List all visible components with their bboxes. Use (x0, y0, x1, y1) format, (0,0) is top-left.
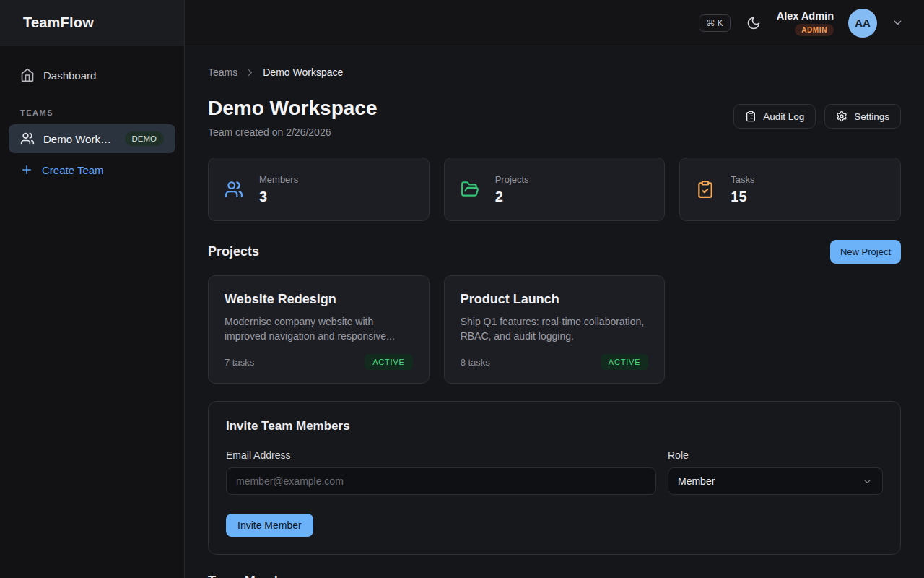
breadcrumb: Teams Demo Workspace (208, 66, 901, 78)
command-palette-shortcut[interactable]: ⌘ K (699, 14, 730, 32)
user-info: Alex Admin ADMIN (777, 10, 834, 36)
sidebar: Dashboard TEAMS Demo Workspace DEMO Crea… (0, 46, 185, 578)
sidebar-item-label: Demo Workspace (43, 133, 116, 145)
project-task-count: 7 tasks (225, 357, 254, 368)
email-label: Email Address (226, 449, 656, 461)
chevron-down-icon[interactable] (892, 17, 904, 29)
breadcrumb-current: Demo Workspace (263, 66, 343, 78)
folder-open-icon (461, 180, 479, 199)
users-icon (20, 131, 35, 146)
status-badge: ACTIVE (365, 354, 413, 370)
clipboard-check-icon (696, 180, 715, 199)
breadcrumb-teams-link[interactable]: Teams (208, 66, 237, 78)
team-members-heading: Team Members (208, 574, 901, 578)
sidebar-item-demo-workspace[interactable]: Demo Workspace DEMO (9, 124, 175, 153)
stat-card-projects: Projects 2 (444, 158, 666, 221)
top-header: TeamFlow ⌘ K Alex Admin ADMIN AA (0, 0, 924, 46)
page-title: Demo Workspace (208, 97, 377, 120)
sidebar-item-label: Dashboard (43, 69, 96, 82)
sidebar-section-teams: TEAMS (20, 108, 175, 117)
stat-card-members: Members 3 (208, 158, 430, 221)
create-team-label: Create Team (42, 164, 104, 176)
stats-row: Members 3 Projects 2 Tasks 1 (208, 158, 901, 221)
header-toolbar: ⌘ K Alex Admin ADMIN AA (185, 0, 924, 46)
logo-area: TeamFlow (0, 0, 185, 46)
new-project-button[interactable]: New Project (830, 240, 901, 264)
invite-heading: Invite Team Members (226, 419, 883, 434)
project-card-product-launch[interactable]: Product Launch Ship Q1 features: real-ti… (444, 275, 666, 384)
stat-value: 3 (259, 189, 298, 205)
main-content: Teams Demo Workspace Demo Workspace Team… (185, 46, 924, 578)
project-title: Product Launch (461, 292, 649, 307)
plus-icon (20, 163, 33, 176)
sidebar-item-dashboard[interactable]: Dashboard (9, 61, 175, 90)
app-logo: TeamFlow (23, 14, 94, 31)
audit-log-label: Audit Log (763, 111, 804, 122)
theme-toggle-button[interactable] (745, 14, 762, 32)
stat-label: Projects (495, 174, 529, 185)
audit-log-button[interactable]: Audit Log (733, 104, 816, 129)
role-select[interactable]: Member (668, 467, 883, 495)
home-icon (20, 68, 35, 82)
page-subtitle: Team created on 2/26/2026 (208, 126, 377, 138)
project-description: Modernise company website with improved … (225, 314, 413, 344)
settings-button[interactable]: Settings (824, 104, 901, 129)
invite-member-button[interactable]: Invite Member (226, 514, 313, 537)
page-header: Demo Workspace Team created on 2/26/2026… (208, 97, 901, 138)
invite-members-card: Invite Team Members Email Address Role M… (208, 401, 901, 555)
chevron-down-icon (862, 476, 873, 487)
projects-grid: Website Redesign Modernise company websi… (208, 275, 901, 384)
stat-value: 2 (495, 189, 529, 205)
user-name: Alex Admin (777, 10, 834, 22)
user-role-badge: ADMIN (795, 24, 834, 36)
settings-label: Settings (854, 111, 889, 122)
gear-icon (836, 111, 847, 122)
role-label: Role (668, 449, 883, 461)
email-field[interactable] (226, 467, 656, 495)
project-card-website-redesign[interactable]: Website Redesign Modernise company websi… (208, 275, 430, 384)
users-icon (225, 180, 243, 199)
demo-badge: DEMO (125, 131, 165, 146)
moon-icon (746, 16, 761, 30)
role-select-value: Member (678, 475, 715, 487)
stat-value: 15 (731, 189, 754, 205)
stat-label: Tasks (731, 174, 754, 185)
projects-heading: Projects (208, 244, 259, 259)
clipboard-list-icon (745, 111, 757, 122)
project-title: Website Redesign (225, 292, 413, 307)
projects-header: Projects New Project (208, 240, 901, 264)
avatar[interactable]: AA (848, 9, 877, 38)
status-badge: ACTIVE (601, 354, 649, 370)
chevron-right-icon (245, 67, 256, 78)
project-description: Ship Q1 features: real-time collaboratio… (461, 314, 649, 344)
stat-label: Members (259, 174, 298, 185)
project-task-count: 8 tasks (461, 357, 490, 368)
stat-card-tasks: Tasks 15 (679, 158, 901, 221)
create-team-button[interactable]: Create Team (9, 156, 175, 184)
